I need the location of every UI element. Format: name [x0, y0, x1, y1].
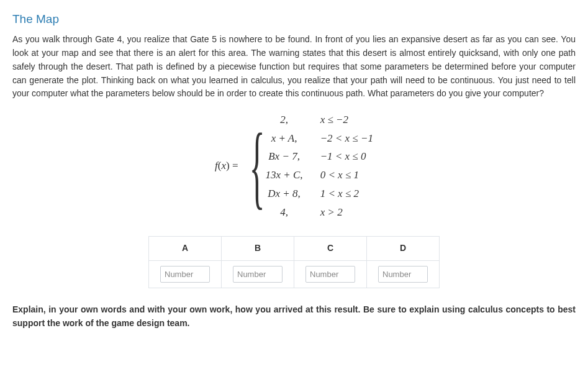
piecewise-function: f(x) = { 2, x + A, Bx − 7, 13x + C, Dx +… [12, 111, 576, 222]
piece-expr: Bx − 7, [266, 147, 303, 166]
piece-expr: 4, [266, 203, 303, 222]
input-d[interactable] [378, 266, 428, 283]
intro-paragraph: As you walk through Gate 4, you realize … [12, 33, 576, 100]
section-title: The Map [12, 10, 576, 28]
input-a[interactable] [160, 266, 210, 283]
piece-expr: 13x + C, [266, 166, 303, 184]
answers-table: A B C D [148, 236, 440, 288]
input-c[interactable] [305, 266, 355, 283]
piece-expr: x + A, [266, 129, 303, 148]
col-header-b: B [222, 237, 294, 261]
explain-prompt: Explain, in your own words and with your… [12, 303, 576, 330]
col-header-a: A [149, 237, 222, 261]
input-b[interactable] [233, 266, 283, 283]
piece-cond: −1 < x ≤ 0 [320, 147, 373, 166]
piece-cond: 1 < x ≤ 2 [320, 184, 373, 203]
brace-icon: { [249, 119, 265, 212]
piece-cond: x > 2 [320, 203, 373, 222]
col-header-c: C [294, 237, 367, 261]
function-lhs: f(x) = [215, 158, 238, 174]
piece-cond: −2 < x ≤ −1 [320, 129, 373, 148]
piece-expr: Dx + 8, [266, 184, 303, 203]
col-header-d: D [367, 237, 440, 261]
piece-expr: 2, [266, 111, 303, 129]
piece-cond: x ≤ −2 [320, 111, 373, 129]
piece-cond: 0 < x ≤ 1 [320, 166, 373, 184]
